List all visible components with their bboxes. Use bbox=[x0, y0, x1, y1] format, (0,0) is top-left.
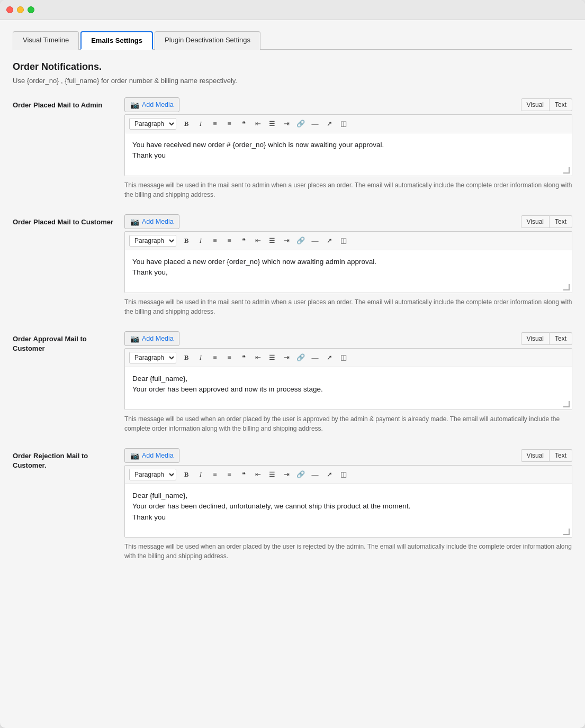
align-center-btn-rejection[interactable]: ☰ bbox=[266, 468, 278, 481]
align-center-btn-approval[interactable]: ☰ bbox=[266, 351, 278, 364]
section-approval-mail: Order Approval Mail to Customer 📷 Add Me… bbox=[13, 331, 572, 433]
ul-btn-approval[interactable]: ≡ bbox=[209, 351, 221, 364]
paragraph-select-approval[interactable]: Paragraph bbox=[129, 352, 176, 363]
link-btn-rejection[interactable]: 🔗 bbox=[294, 468, 307, 481]
titlebar bbox=[0, 0, 585, 20]
section-admin-mail: Order Placed Mail to Admin 📷 Add Media V… bbox=[13, 97, 572, 199]
ol-btn-approval[interactable]: ≡ bbox=[223, 351, 236, 364]
more-btn-approval[interactable]: ― bbox=[309, 351, 321, 364]
page-title: Order Notifications. bbox=[13, 61, 572, 72]
media-icon-admin: 📷 bbox=[130, 101, 139, 109]
quote-btn-customer[interactable]: ❝ bbox=[237, 234, 250, 247]
editor-container-admin: Paragraph B I ≡ ≡ ❝ ⇤ ☰ ⇥ 🔗 ― ➚ ◫ bbox=[124, 114, 572, 176]
quote-btn-admin[interactable]: ❝ bbox=[237, 117, 250, 130]
italic-btn-admin[interactable]: I bbox=[194, 117, 207, 130]
visual-button-rejection[interactable]: Visual bbox=[521, 449, 550, 462]
app-window: Visual Timeline Emails Settings Plugin D… bbox=[0, 0, 585, 728]
editor-body-customer[interactable]: You have placed a new order {order_no} w… bbox=[125, 250, 572, 293]
add-media-button-approval[interactable]: 📷 Add Media bbox=[124, 331, 179, 346]
ul-btn-customer[interactable]: ≡ bbox=[209, 234, 221, 247]
quote-btn-approval[interactable]: ❝ bbox=[237, 351, 250, 364]
media-icon-customer: 📷 bbox=[130, 217, 139, 226]
traffic-lights bbox=[6, 6, 34, 13]
section-customer-mail: Order Placed Mail to Customer 📷 Add Medi… bbox=[13, 214, 572, 316]
table-btn-rejection[interactable]: ◫ bbox=[337, 468, 350, 481]
link-btn-admin[interactable]: 🔗 bbox=[294, 117, 307, 130]
paragraph-select-customer[interactable]: Paragraph bbox=[129, 235, 176, 247]
ul-btn-admin[interactable]: ≡ bbox=[209, 117, 221, 130]
ul-btn-rejection[interactable]: ≡ bbox=[209, 468, 221, 481]
section-label-customer: Order Placed Mail to Customer bbox=[13, 214, 116, 227]
tab-visual-timeline[interactable]: Visual Timeline bbox=[13, 31, 79, 50]
editor-toolbar-customer: Paragraph B I ≡ ≡ ❝ ⇤ ☰ ⇥ 🔗 ― ➚ ◫ bbox=[125, 232, 572, 250]
italic-btn-approval[interactable]: I bbox=[194, 351, 207, 364]
editor-body-admin[interactable]: You have received new order # {order_no}… bbox=[125, 133, 572, 176]
align-right-btn-approval[interactable]: ⇥ bbox=[280, 351, 293, 364]
visual-text-toggle-admin: Visual Text bbox=[521, 98, 572, 111]
add-media-button-rejection[interactable]: 📷 Add Media bbox=[124, 448, 179, 463]
ol-btn-customer[interactable]: ≡ bbox=[223, 234, 236, 247]
italic-btn-customer[interactable]: I bbox=[194, 234, 207, 247]
editor-top-bar-rejection: 📷 Add Media Visual Text bbox=[124, 448, 572, 463]
bold-btn-approval[interactable]: B bbox=[180, 351, 193, 364]
align-left-btn-customer[interactable]: ⇤ bbox=[251, 234, 264, 247]
text-button-approval[interactable]: Text bbox=[550, 332, 572, 345]
page-subtitle: Use {order_no} , {full_name} for order n… bbox=[13, 77, 572, 85]
text-button-rejection[interactable]: Text bbox=[550, 449, 572, 462]
bold-btn-customer[interactable]: B bbox=[180, 234, 193, 247]
bold-btn-rejection[interactable]: B bbox=[180, 468, 193, 481]
editor-wrap-customer: 📷 Add Media Visual Text Paragraph B I bbox=[124, 214, 572, 316]
section-label-approval: Order Approval Mail to Customer bbox=[13, 331, 116, 353]
help-text-admin: This message will be used in the mail se… bbox=[124, 180, 572, 199]
add-media-button-admin[interactable]: 📷 Add Media bbox=[124, 97, 179, 112]
table-btn-customer[interactable]: ◫ bbox=[337, 234, 350, 247]
tab-emails-settings[interactable]: Emails Settings bbox=[80, 31, 153, 50]
align-center-btn-customer[interactable]: ☰ bbox=[266, 234, 278, 247]
expand-btn-admin[interactable]: ➚ bbox=[323, 117, 336, 130]
ol-btn-rejection[interactable]: ≡ bbox=[223, 468, 236, 481]
link-btn-approval[interactable]: 🔗 bbox=[294, 351, 307, 364]
paragraph-select-rejection[interactable]: Paragraph bbox=[129, 469, 176, 480]
visual-button-customer[interactable]: Visual bbox=[521, 215, 550, 228]
align-left-btn-admin[interactable]: ⇤ bbox=[251, 117, 264, 130]
editor-container-approval: Paragraph B I ≡ ≡ ❝ ⇤ ☰ ⇥ 🔗 ― ➚ ◫ bbox=[124, 348, 572, 410]
visual-button-admin[interactable]: Visual bbox=[521, 98, 550, 111]
align-right-btn-customer[interactable]: ⇥ bbox=[280, 234, 293, 247]
table-btn-approval[interactable]: ◫ bbox=[337, 351, 350, 364]
expand-btn-rejection[interactable]: ➚ bbox=[323, 468, 336, 481]
expand-btn-customer[interactable]: ➚ bbox=[323, 234, 336, 247]
more-btn-customer[interactable]: ― bbox=[309, 234, 321, 247]
align-left-btn-approval[interactable]: ⇤ bbox=[251, 351, 264, 364]
maximize-button[interactable] bbox=[28, 6, 34, 13]
section-label-admin: Order Placed Mail to Admin bbox=[13, 97, 116, 110]
main-content: Visual Timeline Emails Settings Plugin D… bbox=[0, 20, 585, 592]
more-btn-rejection[interactable]: ― bbox=[309, 468, 321, 481]
close-button[interactable] bbox=[6, 6, 13, 13]
text-button-customer[interactable]: Text bbox=[550, 215, 572, 228]
expand-btn-approval[interactable]: ➚ bbox=[323, 351, 336, 364]
align-right-btn-admin[interactable]: ⇥ bbox=[280, 117, 293, 130]
visual-text-toggle-rejection: Visual Text bbox=[521, 449, 572, 462]
editor-body-rejection[interactable]: Dear {full_name}, Your order has been de… bbox=[125, 484, 572, 537]
editor-body-approval[interactable]: Dear {full_name}, Your order has been ap… bbox=[125, 367, 572, 410]
minimize-button[interactable] bbox=[17, 6, 24, 13]
table-btn-admin[interactable]: ◫ bbox=[337, 117, 350, 130]
add-media-button-customer[interactable]: 📷 Add Media bbox=[124, 214, 179, 229]
link-btn-customer[interactable]: 🔗 bbox=[294, 234, 307, 247]
help-text-rejection: This message will be used when an order … bbox=[124, 542, 572, 561]
text-button-admin[interactable]: Text bbox=[550, 98, 572, 111]
italic-btn-rejection[interactable]: I bbox=[194, 468, 207, 481]
bold-btn-admin[interactable]: B bbox=[180, 117, 193, 130]
tab-plugin-deactivation[interactable]: Plugin Deactivation Settings bbox=[155, 31, 260, 50]
align-left-btn-rejection[interactable]: ⇤ bbox=[251, 468, 264, 481]
more-btn-admin[interactable]: ― bbox=[309, 117, 321, 130]
quote-btn-rejection[interactable]: ❝ bbox=[237, 468, 250, 481]
ol-btn-admin[interactable]: ≡ bbox=[223, 117, 236, 130]
visual-button-approval[interactable]: Visual bbox=[521, 332, 550, 345]
help-text-customer: This message will be used in the mail se… bbox=[124, 297, 572, 316]
tab-bar: Visual Timeline Emails Settings Plugin D… bbox=[13, 31, 572, 50]
editor-top-bar-approval: 📷 Add Media Visual Text bbox=[124, 331, 572, 346]
align-center-btn-admin[interactable]: ☰ bbox=[266, 117, 278, 130]
paragraph-select-admin[interactable]: Paragraph bbox=[129, 118, 176, 130]
align-right-btn-rejection[interactable]: ⇥ bbox=[280, 468, 293, 481]
